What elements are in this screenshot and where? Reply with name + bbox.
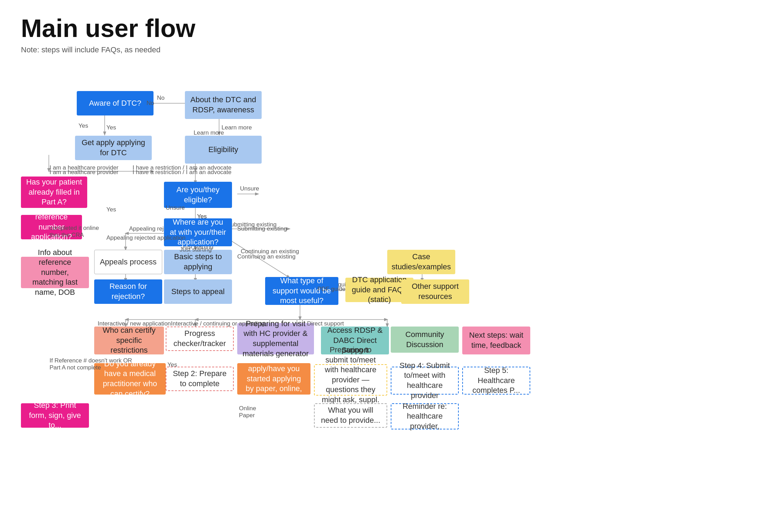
node-basic-steps: Basic steps to applying (164, 250, 232, 274)
node-preparing-submit: Preparing to submit to/meet with healthc… (314, 364, 387, 396)
label-online: Online (239, 405, 256, 412)
node-get-apply: Get apply applying for DTC (75, 136, 152, 160)
node-other-support: Other support resources (401, 279, 469, 304)
svg-text:Unsure: Unsure (240, 185, 259, 192)
label-completed-online: completed it onlinethru the CRA (50, 225, 99, 239)
label-interactive-new: Interactive / new application (98, 320, 171, 327)
label-interactive-continuing: Interactive / continuing or appealing (171, 320, 264, 327)
flow-canvas: No Yes Learn more I am a healthcare prov… (21, 68, 747, 532)
node-reason-rejection: Reason for rejection? (94, 279, 162, 304)
node-preparing-visit: Preparing for visit with HC provider & s… (237, 323, 314, 354)
label-restriction: I have a restriction / I am an advocate (133, 169, 231, 176)
label-paper: Paper (239, 412, 255, 419)
label-submitting: Submitting existing (237, 225, 287, 232)
node-info-reference: Info about reference number, matching la… (21, 257, 89, 288)
label-just-starting: Just starting (180, 246, 212, 253)
node-eligibility: Eligibility (185, 136, 262, 164)
node-are-eligible: Are you/they eligible? (164, 182, 232, 208)
node-has-patient: Has your patient already filled in Part … (21, 177, 87, 208)
node-steps-to-appeal: Steps to appeal (164, 279, 232, 304)
node-about-dtc: About the DTC and RDSP, awareness (185, 91, 262, 119)
node-do-want-apply: Do you want to apply/have you started ap… (237, 363, 310, 395)
node-case-studies: Case studies/examples (387, 250, 455, 274)
label-yes-medical: Yes (167, 361, 177, 368)
page-title: Main user flow (21, 14, 743, 43)
node-step4-submit: Step 4: Submit to/meet with healthcare p… (391, 367, 459, 395)
label-no-aware: No (147, 100, 154, 107)
node-next-steps: Next steps: wait time, feedback (462, 327, 530, 354)
node-reminder-hc: Reminder re: healthcare provider, (391, 403, 459, 429)
page-subtitle: Note: steps will include FAQs, as needed (21, 45, 743, 54)
node-who-certify: Who can certify specific restrictions (94, 327, 164, 354)
label-direct-support: Direct support (307, 320, 344, 327)
node-step5-hc: Step 5: Healthcare completes P... (462, 367, 530, 395)
label-learn-more: Learn more (194, 129, 224, 136)
node-aware-dtc: Aware of DTC? (77, 91, 153, 115)
node-appeals-process: Appeals process (94, 250, 162, 274)
label-hcp: I am a healthcare provider (50, 169, 119, 176)
label-appealing: Appealing rejected application (106, 234, 186, 241)
label-continuing: Continuing an existing (237, 253, 295, 260)
svg-text:Learn more: Learn more (222, 124, 252, 131)
label-yes-ref: Yes (106, 206, 116, 213)
node-step2-prepare: Step 2: Prepare to complete (166, 367, 234, 391)
label-yes-eligible: Yes (197, 213, 207, 220)
svg-text:No: No (157, 95, 165, 101)
svg-text:Yes: Yes (106, 124, 116, 131)
node-step3-print: Step 3: Print form, sign, give to... (21, 403, 89, 428)
node-what-need: What you will need to provide... (314, 403, 387, 428)
node-community-discussion: Community Discussion (391, 327, 459, 353)
node-progress-checker: Progress checker/tracker (166, 327, 234, 351)
label-pdf-guide: PDF guide (317, 286, 345, 293)
label-unsure: Unsure (166, 204, 185, 211)
label-if-ref: If Reference # doesn't work ORPart A not… (50, 357, 132, 371)
label-yes-aware: Yes (78, 122, 88, 129)
node-where-at: Where are you at with your/their applica… (164, 218, 232, 246)
